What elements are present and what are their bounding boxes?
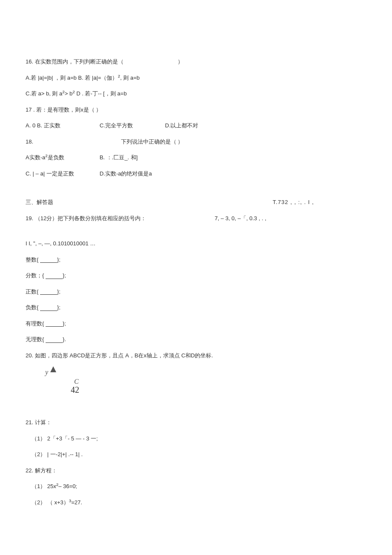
section3-row: 三、解答题 T.732 , , :, . I , [26, 198, 366, 207]
q19-blank-rat[interactable] [46, 321, 63, 327]
axis-y-label: y [45, 367, 48, 377]
q19-f4-pre: 负数{ [26, 304, 40, 311]
q19-fill-irr: 无理数{ }. [26, 335, 366, 344]
q19-f5-post: }; [63, 320, 66, 327]
q22-p2-post: =27. [71, 499, 82, 506]
q19-f3-pre: 正数{ [26, 288, 40, 295]
q19-blank-frac[interactable] [46, 273, 63, 279]
spacer2 [26, 230, 366, 239]
q19-fill-pos: 正数{ }; [26, 288, 366, 296]
q18-opt-cd: C. | – a| 一定是正数 D.实数-a的绝对值是a [26, 170, 366, 178]
q19-f3-post: }; [57, 288, 61, 295]
section3-heading: 三、解答题 [26, 199, 53, 205]
q19-f6-pre: 无理数{ [26, 336, 46, 342]
q19-fill-int: 整数{ }; [26, 256, 366, 264]
q17-stem: 17 . 若：是有理数，则x是（ ） [26, 106, 366, 114]
q16-stem: 16. 在实数范围内，下列判断正确的是（ ） [26, 58, 366, 66]
q19-right-top: T.732 , , :, . I , [273, 198, 383, 207]
q22-p2-pre: （2） （ x+3） [32, 499, 69, 506]
q18-num: 18. [26, 138, 119, 146]
q19-f1-post: }; [57, 256, 61, 263]
q19-f1-pre: 整数{ [26, 256, 40, 263]
worksheet-page: 16. 在实数范围内，下列判断正确的是（ ） A.若 |a|=|b| ，则 a=… [0, 0, 392, 540]
q20-figure: y C 42 [38, 367, 366, 393]
arrow-up-icon [50, 366, 56, 372]
q19-fill-neg: 负数{ }; [26, 303, 366, 312]
q19-line2: I I, ", –, —, 0.1010010001 … [26, 239, 366, 248]
q16-c-pre: C.若 a> b, 则 a [26, 90, 62, 97]
q18-opt-c: C. | – a| 一定是正数 [26, 170, 98, 178]
q16-stem-pre: 16. 在实数范围内，下列判断正确的是（ [26, 58, 124, 65]
q16-ab-post: , 则 a=b [120, 75, 140, 81]
q18-opt-b: B. ：.匚豆_. 和] [100, 153, 138, 162]
q16-ab-pre: A.若 |a|=|b| ，则 a=b B. 若 |a|=（伽） [26, 75, 118, 81]
q19-blank-pos[interactable] [40, 289, 57, 295]
q18-a-pre: A实数-a [26, 153, 45, 162]
q16-stem-post: ） [178, 58, 183, 65]
q18-a-post: 是负数 [48, 153, 64, 162]
q19-f6-post: }. [63, 336, 66, 342]
q19-fill-rat: 有理数{ }; [26, 319, 366, 328]
q17-opt-a: A. 0 B. 正实数 [26, 121, 98, 130]
q19-stem-row: 19. （12分）把下列各数分别填在相应的括号内： 7, – 3, 0, –「,… [26, 214, 366, 223]
q17-opt-c: C.完全平方数 [100, 121, 164, 130]
q19-stem: 19. （12分）把下列各数分别填在相应的括号内： [26, 214, 187, 223]
q20-stem: 20. 如图，四边形 ABCD是正方形，且点 A，B在x轴上，求顶点 C和D的坐… [26, 351, 366, 360]
spacer [26, 185, 366, 198]
q21-stem: 21. 计算： [26, 418, 366, 427]
q17-options: A. 0 B. 正实数 C.完全平方数 D.以上都不对 [26, 121, 366, 130]
q22-part1: （1） 25x2– 36=0; [26, 482, 366, 491]
q22-stem: 22. 解方程： [26, 466, 366, 475]
q19-blank-neg[interactable] [40, 305, 57, 311]
q16-opt-cd: C.若 a> b, 则 a2> b2 D . 若-丁-- [，则 a=b [26, 89, 366, 98]
q19-f2-pre: 分数；{ [26, 272, 46, 279]
q22-p1-post: – 36=0; [58, 483, 77, 489]
q19-right-bot: 7, – 3, 0, –「, 0.3 , . , [215, 214, 266, 223]
q18-opt-ab: A实数-a2是负数 B. ：.匚豆_. 和] [26, 153, 366, 162]
q17-opt-d: D.以上都不对 [165, 121, 198, 130]
q18-stem-row: 18. 下列说法中正确的是（ ） [26, 138, 366, 146]
q18-stem: 下列说法中正确的是（ ） [121, 138, 184, 146]
q18-opt-d: D.实数-a的绝对值是a [100, 170, 152, 178]
q22-part2: （2） （ x+3）3=27. [26, 498, 366, 507]
q16-c-mid: > b [65, 90, 72, 97]
q19-f2-post: }; [63, 272, 66, 279]
q19-f4-post: }; [57, 304, 61, 311]
q22-p1-pre: （1） 25x [32, 483, 56, 489]
q19-blank-irr[interactable] [46, 337, 63, 343]
q19-fill-frac: 分数；{ }; [26, 271, 366, 280]
q21-part2: （2） | 一-2|+| .-- 1| . [26, 450, 366, 459]
q18-opt-a-wrap: A实数-a2是负数 [26, 153, 98, 162]
q19-f5-pre: 有理数{ [26, 320, 46, 327]
q16-opt-ab: A.若 |a|=|b| ，则 a=b B. 若 |a|=（伽）2, 则 a=b [26, 74, 366, 82]
q21-part1: （1） 2「+3「- 5 — - 3 一; [26, 434, 366, 443]
q19-blank-int[interactable] [40, 257, 57, 263]
q16-c-post: D . 若-丁-- [，则 a=b [75, 90, 127, 97]
figure-number: 42 [71, 383, 79, 396]
